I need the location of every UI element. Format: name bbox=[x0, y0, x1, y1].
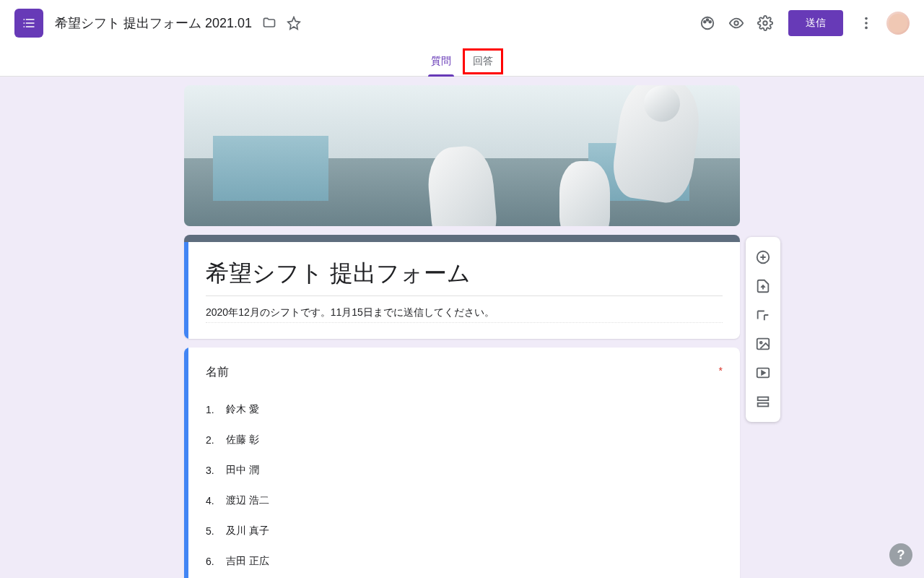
tabs-row: 質問 回答 bbox=[0, 46, 924, 77]
form-header-image[interactable] bbox=[184, 85, 740, 226]
move-to-folder-icon[interactable] bbox=[262, 16, 276, 30]
dropdown-options-list: 1.鈴木 愛 2.佐藤 彰 3.田中 潤 4.渡辺 浩二 5.及川 真子 6.吉… bbox=[206, 394, 723, 577]
form-title-text[interactable]: 希望シフト 提出フォーム bbox=[206, 258, 723, 296]
list-item[interactable]: 3.田中 潤 bbox=[206, 455, 723, 486]
svg-rect-14 bbox=[758, 403, 769, 407]
svg-point-2 bbox=[707, 19, 709, 21]
theme-palette-icon[interactable] bbox=[693, 9, 722, 38]
form-title-card[interactable]: 希望シフト 提出フォーム 2020年12月のシフトです。11月15日までに送信し… bbox=[184, 235, 740, 339]
tab-responses[interactable]: 回答 bbox=[463, 48, 503, 74]
list-item[interactable]: 5.及川 真子 bbox=[206, 516, 723, 546]
add-question-icon[interactable] bbox=[750, 244, 776, 270]
svg-point-3 bbox=[709, 21, 711, 23]
import-questions-icon[interactable] bbox=[750, 273, 776, 299]
question-card[interactable]: 名前 * 1.鈴木 愛 2.佐藤 彰 3.田中 潤 4.渡辺 浩二 5.及川 真… bbox=[184, 348, 740, 578]
list-item[interactable]: 4.渡辺 浩二 bbox=[206, 486, 723, 516]
svg-point-7 bbox=[865, 22, 868, 25]
svg-point-11 bbox=[760, 342, 762, 344]
preview-eye-icon[interactable] bbox=[722, 9, 751, 38]
list-item[interactable]: 6.吉田 正広 bbox=[206, 546, 723, 577]
settings-gear-icon[interactable] bbox=[751, 9, 780, 38]
add-image-icon[interactable] bbox=[750, 331, 776, 357]
required-indicator: * bbox=[719, 365, 723, 376]
svg-rect-13 bbox=[758, 397, 769, 401]
list-item[interactable]: 2.佐藤 彰 bbox=[206, 425, 723, 455]
header-top-row: 希望シフト 提出フォーム 2021.01 送信 bbox=[0, 0, 924, 46]
add-section-icon[interactable] bbox=[750, 389, 776, 415]
document-title[interactable]: 希望シフト 提出フォーム 2021.01 bbox=[55, 14, 252, 32]
list-item[interactable]: 1.鈴木 愛 bbox=[206, 394, 723, 425]
more-menu-icon[interactable] bbox=[852, 9, 881, 38]
add-video-icon[interactable] bbox=[750, 360, 776, 386]
add-title-icon[interactable] bbox=[750, 302, 776, 328]
form-column: 希望シフト 提出フォーム 2020年12月のシフトです。11月15日までに送信し… bbox=[184, 85, 740, 578]
question-title[interactable]: 名前 bbox=[206, 365, 229, 380]
app-header: 希望シフト 提出フォーム 2021.01 送信 質問 回答 bbox=[0, 0, 924, 77]
form-description-text[interactable]: 2020年12月のシフトです。11月15日までに送信してください。 bbox=[206, 296, 723, 323]
forms-app-icon[interactable] bbox=[14, 9, 43, 38]
question-side-toolbar bbox=[746, 237, 780, 422]
star-icon[interactable] bbox=[287, 16, 301, 30]
account-avatar[interactable] bbox=[886, 12, 910, 35]
form-canvas: 希望シフト 提出フォーム 2020年12月のシフトです。11月15日までに送信し… bbox=[0, 77, 924, 578]
svg-point-1 bbox=[704, 21, 706, 23]
svg-point-8 bbox=[865, 27, 868, 30]
svg-point-5 bbox=[763, 21, 767, 25]
svg-point-4 bbox=[734, 21, 738, 25]
help-button[interactable]: ? bbox=[889, 543, 912, 566]
send-button[interactable]: 送信 bbox=[788, 10, 843, 36]
svg-point-6 bbox=[865, 17, 868, 20]
tab-questions[interactable]: 質問 bbox=[421, 46, 461, 77]
question-header-row: 名前 * bbox=[206, 365, 723, 380]
